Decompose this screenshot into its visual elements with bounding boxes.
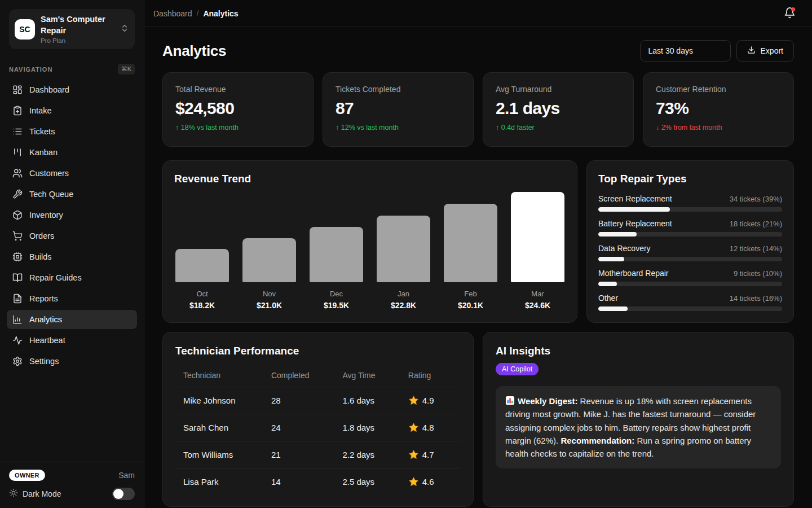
org-switcher[interactable]: SC Sam's Computer Repair Pro Plan [9,9,135,49]
sidebar-item-orders[interactable]: Orders [7,226,137,246]
revenue-trend-card: Revenue Trend Oct$18.2KNov$21.0KDec$19.5… [162,160,577,323]
repair-progress-fill [598,207,670,212]
stat-card-avg-turnaround: Avg Turnaround2.1 days↑ 0.4d faster [483,72,634,147]
export-button[interactable]: Export [736,40,794,62]
table-row-lisa-park: Lisa Park142.5 days4.6 [175,468,461,496]
chart-title: Revenue Trend [174,173,566,185]
technician-name: Mike Johnson [175,387,267,414]
notifications-button[interactable] [779,3,800,24]
sidebar-item-builds[interactable]: Builds [7,247,137,266]
repair-type-name: Motherboard Repair [598,269,669,278]
bar-month-label: Feb [444,290,497,298]
bar-label-oct: Oct$18.2K [175,290,229,310]
export-button-label: Export [761,46,783,55]
sidebar-item-label: Intake [29,106,52,115]
bar-label-mar: Mar$24.6K [511,290,564,310]
repair-type-other: Other14 tickets (16%) [598,294,782,311]
stat-delta: ↑ 12% vs last month [336,124,461,132]
rating: 4.8 [408,422,456,433]
download-icon [747,46,756,54]
chevrons-up-down-icon [120,24,129,33]
date-range-button[interactable]: Last 30 days [640,40,731,62]
avg-time: 1.8 days [338,414,403,441]
repair-progress-track [598,257,782,261]
stat-cards-row: Total Revenue$24,580↑ 18% vs last monthT… [162,72,794,147]
completed-count: 24 [267,414,338,441]
revenue-bar [242,238,296,282]
technician-name: Tom Williams [175,441,267,468]
ai-insights-card: AI Insights AI Copilot Weekly Digest: Re… [483,332,794,507]
sidebar-item-tickets[interactable]: Tickets [7,122,137,141]
rating: 4.6 [408,476,456,487]
completed-count: 14 [267,468,338,496]
rating-value: 4.9 [422,396,434,405]
sun-icon [9,488,18,497]
bar-value-label: $24.6K [511,301,564,310]
sidebar-item-label: Builds [29,252,52,261]
sidebar-footer: OWNER Sam Dark Mode [0,462,144,508]
stat-card-customer-retention: Customer Retention73%↓ 2% from last mont… [643,72,794,147]
technician-name: Sarah Chen [175,414,267,441]
star-icon [408,395,419,406]
bar-chart [174,192,566,282]
user-name: Sam [118,471,135,480]
repair-progress-track [598,207,782,212]
sidebar-item-kanban[interactable]: Kanban [7,143,137,162]
technician-table-header: TechnicianCompletedAvg TimeRating [175,365,461,387]
stat-label: Total Revenue [175,85,301,94]
sidebar-item-label: Heartbeat [29,336,65,345]
repair-type-motherboard-repair: Motherboard Repair9 tickets (10%) [598,269,782,286]
topbar: Dashboard / Analytics [144,0,812,27]
revenue-bar [175,249,229,282]
avg-time: 2.2 days [338,441,403,468]
stat-value: 2.1 days [496,99,621,118]
clipboard-plus-icon [12,106,23,116]
star-icon [408,476,419,487]
repair-types-title: Top Repair Types [598,173,782,185]
bar-chart-icon [12,314,23,325]
ai-insight-text: Weekly Digest: Revenue is up 18% with sc… [496,386,781,468]
breadcrumb-parent[interactable]: Dashboard [153,9,192,18]
sidebar-item-repair-guides[interactable]: Repair Guides [7,268,137,287]
sidebar-item-customers[interactable]: Customers [7,164,137,183]
bar-value-label: $20.1K [444,301,497,310]
sidebar-nav: DashboardIntakeTicketsKanbanCustomersTec… [0,79,144,374]
bar-column-mar [511,192,564,282]
sidebar-item-dashboard[interactable]: Dashboard [7,80,137,99]
stat-value: 73% [656,99,781,118]
shopping-cart-icon [12,231,23,241]
repair-type-count: 18 tickets (21%) [730,220,782,228]
rating: 4.9 [408,395,456,406]
repair-type-name: Battery Replacement [598,219,672,228]
repair-types-list: Screen Replacement34 tickets (39%)Batter… [598,194,782,311]
bar-chart-emoji-icon [505,396,515,405]
sidebar-item-label: Customers [29,169,69,178]
sidebar-item-label: Orders [29,231,54,240]
table-row-tom-williams: Tom Williams212.2 days4.7 [175,441,461,468]
sidebar-item-label: Inventory [29,211,63,220]
sidebar-item-intake[interactable]: Intake [7,101,137,120]
sidebar-item-heartbeat[interactable]: Heartbeat [7,331,137,350]
sidebar-item-analytics[interactable]: Analytics [7,310,137,329]
sidebar-item-inventory[interactable]: Inventory [7,205,137,225]
book-open-icon [12,273,23,283]
nav-section-label: NAVIGATION [9,66,52,73]
technician-performance-title: Technician Performance [175,345,461,357]
repair-progress-fill [598,306,628,311]
role-badge: OWNER [9,470,45,481]
stat-card-total-revenue: Total Revenue$24,580↑ 18% vs last month [162,72,314,147]
sidebar-item-label: Dashboard [29,85,69,94]
repair-type-screen-replacement: Screen Replacement34 tickets (39%) [598,194,782,212]
stat-value: 87 [336,99,461,118]
sidebar-item-settings[interactable]: Settings [7,352,137,371]
dark-mode-toggle[interactable] [112,488,135,500]
sidebar-item-reports[interactable]: Reports [7,289,137,308]
repair-progress-track [598,282,782,286]
activity-icon [12,335,23,345]
dark-mode-label: Dark Mode [23,489,108,498]
rating-value: 4.6 [422,477,434,487]
sidebar-item-label: Analytics [29,315,62,324]
sidebar-item-tech-queue[interactable]: Tech Queue [7,185,137,204]
bar-month-label: Dec [310,290,363,298]
revenue-bar [444,204,497,282]
